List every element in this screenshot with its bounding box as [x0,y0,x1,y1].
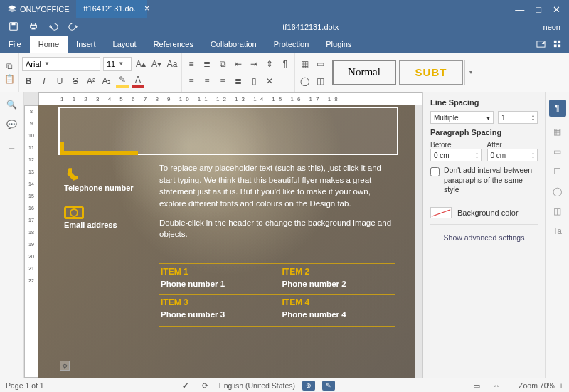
open-location-icon[interactable] [536,39,546,50]
insert-image-icon[interactable]: ▭ [314,58,326,70]
menu-protection[interactable]: Protection [265,36,318,53]
menu-plugins[interactable]: Plugins [317,36,360,53]
advanced-settings-link[interactable]: Show advanced settings [430,233,538,242]
highlight-icon[interactable]: ✎ [116,75,129,88]
increase-size-icon[interactable]: A▴ [134,58,147,70]
view-settings-icon[interactable] [553,39,562,50]
paragraph-1[interactable]: To replace any placeholder text (such as… [159,162,394,210]
before-input[interactable]: 0 cm▴▾ [430,149,482,161]
copy-icon[interactable]: ⧉ [3,60,16,73]
paragraph-tab-icon[interactable]: ¶ [549,100,566,117]
shape-tab-icon[interactable]: ◯ [553,186,562,196]
item-4-label[interactable]: ITEM 4 [282,297,392,307]
insert-table-icon[interactable]: ▦ [298,58,311,70]
underline-icon[interactable]: U [53,75,66,88]
align-right-icon[interactable]: ≡ [216,75,229,88]
print-icon[interactable] [28,21,38,33]
subscript-icon[interactable]: A₂ [100,75,113,88]
strike-icon[interactable]: S [69,75,82,88]
fit-width-icon[interactable]: ↔ [490,381,503,391]
menu-layout[interactable]: Layout [105,36,145,53]
after-input[interactable]: 0 cm▴▾ [487,149,538,161]
align-justify-icon[interactable]: ≣ [232,75,245,88]
superscript-icon[interactable]: A² [85,75,97,88]
body-text[interactable]: To replace any placeholder text (such as… [159,162,394,248]
menu-file[interactable]: File [0,36,30,53]
comments-icon[interactable]: 💬 [6,120,17,129]
insert-chart-icon[interactable]: ◫ [314,75,326,88]
line-spacing-value-input[interactable]: 1▴▾ [498,111,538,124]
italic-icon[interactable]: I [38,75,50,88]
horizontal-ruler[interactable]: 1 1 2 3 4 5 6 7 8 9 10 11 12 13 14 15 16… [38,92,422,105]
document-tab[interactable]: tf16412131.do... × [76,0,147,18]
redo-icon[interactable] [68,21,78,33]
paragraph-2[interactable]: Double-click in the header to change the… [159,217,394,240]
bold-icon[interactable]: B [22,75,35,88]
page-status[interactable]: Page 1 of 1 [6,381,44,390]
zoom-in-icon[interactable]: + [559,381,563,390]
maximize-icon[interactable]: □ [536,4,541,15]
line-spacing-mode-select[interactable]: Multiple▾ [430,111,494,124]
item-3-label[interactable]: ITEM 3 [161,297,270,307]
search-icon[interactable]: 🔍 [6,100,17,110]
insert-shape-icon[interactable]: ◯ [298,75,311,88]
menu-insert[interactable]: Insert [68,36,105,53]
image-tab-icon[interactable]: ▭ [553,147,561,157]
font-name-select[interactable]: Arial▼ [22,57,100,71]
menu-collaboration[interactable]: Collaboration [202,36,265,53]
clear-style-icon[interactable]: ✕ [263,75,276,88]
undo-icon[interactable] [48,21,58,33]
minimize-icon[interactable]: — [515,4,524,15]
font-color-icon[interactable]: A [132,75,144,88]
menu-home[interactable]: Home [30,36,68,53]
no-interval-checkbox[interactable]: Don't add interval between paragraphs of… [430,166,538,195]
language-label[interactable]: English (United States) [219,381,295,390]
paste-icon[interactable]: 📋 [3,73,16,85]
styles-dropdown-icon[interactable]: ▾ [464,60,477,85]
style-subtitle[interactable]: SUBT [399,60,463,85]
menu-references[interactable]: References [145,36,202,53]
no-interval-input[interactable] [430,167,440,176]
fit-page-icon[interactable]: ▭ [470,381,483,391]
item-1-label[interactable]: ITEM 1 [161,267,270,277]
align-center-icon[interactable]: ≡ [201,75,213,88]
item-1-phone[interactable]: Phone number 1 [161,280,270,288]
move-handle-icon[interactable]: ✥ [60,361,70,371]
multilevel-icon[interactable]: ⧉ [216,58,229,70]
item-4-phone[interactable]: Phone number 4 [282,310,392,319]
style-normal[interactable]: Normal [332,60,396,85]
table-tab-icon[interactable]: ▦ [553,127,561,137]
telephone-label[interactable]: Telephone number [64,184,149,194]
textart-tab-icon[interactable]: Ta [553,226,562,236]
doclang-icon[interactable]: ⊕ [302,381,315,391]
close-window-icon[interactable]: ✕ [553,4,560,15]
indent-dec-icon[interactable]: ⇤ [232,58,245,70]
decrease-size-icon[interactable]: A▾ [150,58,163,70]
zoom-label[interactable]: Zoom 70% [519,381,555,390]
bg-color-swatch[interactable] [430,207,452,218]
indent-inc-icon[interactable]: ⇥ [248,58,260,70]
spellcheck-icon[interactable]: ✔ [179,381,192,391]
align-left-icon[interactable]: ≡ [185,75,198,88]
nonprinting-icon[interactable]: ¶ [279,58,292,70]
shading-icon[interactable]: ▯ [248,75,260,88]
numbering-icon[interactable]: ≣ [201,58,213,70]
feedback-icon[interactable]: ✎ [322,381,335,391]
line-spacing-icon[interactable]: ⇕ [263,58,276,70]
headings-icon[interactable]: ⎯ [9,139,14,149]
vertical-ruler[interactable]: 8910 111213 141516 171819 202122 [24,105,38,378]
change-case-icon[interactable]: Aa [166,58,179,70]
font-size-select[interactable]: 11▼ [103,57,132,71]
document-page[interactable]: Telephone number Email address To replac… [38,105,415,378]
bullets-icon[interactable]: ≡ [185,58,198,70]
item-3-phone[interactable]: Phone number 3 [161,310,270,319]
item-2-label[interactable]: ITEM 2 [282,267,392,277]
header-tab-icon[interactable]: ☐ [553,166,561,176]
tracking-icon[interactable]: ⟳ [199,381,212,391]
item-2-phone[interactable]: Phone number 2 [282,280,392,288]
save-icon[interactable] [9,21,18,33]
zoom-out-icon[interactable]: − [510,381,514,390]
chart-tab-icon[interactable]: ◫ [553,206,561,216]
email-label[interactable]: Email address [64,221,149,231]
user-label[interactable]: neon [535,23,569,31]
